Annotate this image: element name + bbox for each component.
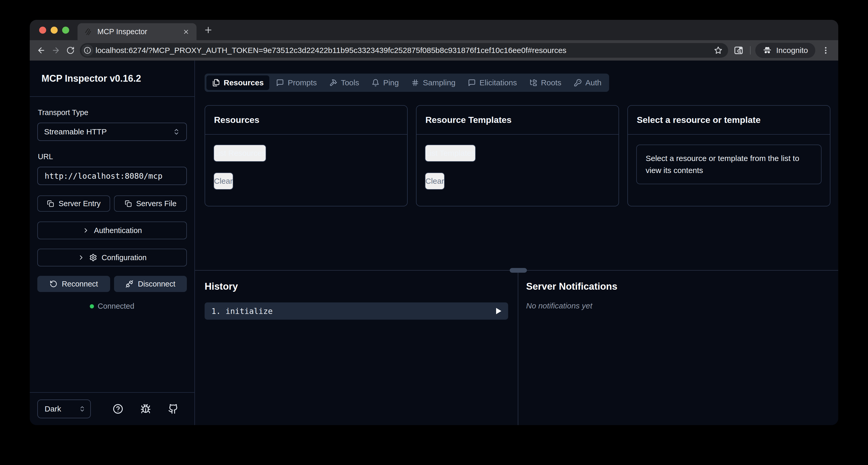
zoom-window-button[interactable] [62,27,69,34]
close-window-button[interactable] [39,27,46,34]
resource-detail-placeholder: Select a resource or template from the l… [636,145,822,184]
new-tab-button[interactable] [201,23,216,37]
list-templates-button[interactable]: List Templates [425,145,476,162]
tab-resources[interactable]: Resources [207,75,269,90]
tab-label: Elicitations [479,78,517,87]
incognito-icon [763,46,772,55]
servers-file-label: Servers File [136,199,177,208]
configuration-expander[interactable]: Configuration [37,249,187,267]
search-side-panel-icon[interactable] [732,43,745,57]
restart-icon [50,280,57,288]
resources-panel: Resources List Resources Clear [205,105,408,207]
tab-elicitations[interactable]: Elicitations [462,75,523,90]
transport-type-value: Streamable HTTP [44,127,107,136]
key-icon [574,79,582,87]
servers-file-button[interactable]: Servers File [114,195,187,212]
chevron-right-icon [82,227,90,234]
unplug-icon [126,280,133,288]
mcp-logo-icon [84,27,93,36]
browser-tab-title: MCP Inspector [97,27,176,36]
browser-toolbar: localhost:6274/?MCP_PROXY_AUTH_TOKEN=9e7… [30,40,838,61]
back-icon[interactable] [34,43,49,58]
incognito-badge: Incognito [755,43,815,58]
transport-type-select[interactable]: Streamable HTTP [37,123,187,141]
authentication-label: Authentication [94,226,142,235]
server-entry-button[interactable]: Server Entry [37,195,110,212]
server-notifications-title: Server Notifications [526,281,838,292]
mcp-inspector-app: MCP Inspector v0.16.2 Transport Type Str… [30,61,838,425]
reload-icon[interactable] [63,43,78,58]
status-dot [90,304,94,308]
hammer-icon [329,79,337,87]
toolbar-separator [750,46,750,55]
message-square-icon [276,79,284,87]
bug-icon[interactable] [141,404,151,414]
configuration-label: Configuration [101,253,147,262]
tab-close-icon[interactable] [181,27,191,37]
bell-icon [372,79,379,87]
site-info-icon[interactable] [82,44,93,56]
resources-panel-title: Resources [205,106,407,135]
forward-icon[interactable] [49,43,63,58]
resource-detail-panel-title: Select a resource or template [628,106,830,135]
reconnect-label: Reconnect [62,280,98,288]
tab-label: Tools [341,78,359,87]
tab-label: Sampling [423,78,456,87]
server-entry-label: Server Entry [58,199,100,208]
resize-grip[interactable] [510,268,527,273]
bookmark-star-icon[interactable] [712,44,724,56]
horizontal-resize-handle[interactable] [195,270,838,271]
resource-templates-panel: Resource Templates List Templates Clear [416,105,619,207]
tab-prompts[interactable]: Prompts [270,75,322,90]
list-resources-button[interactable]: List Resources [214,145,266,162]
tab-auth[interactable]: Auth [568,75,607,90]
disconnect-button[interactable]: Disconnect [114,276,187,292]
connection-status: Connected [37,302,187,311]
main-area: Resources Prompts Tools Ping [195,61,838,425]
history-item-label: 1. initialize [211,307,273,316]
chevrons-up-down-icon [173,128,180,135]
help-icon[interactable] [113,404,123,414]
feature-tabbar: Resources Prompts Tools Ping [205,73,609,92]
tab-tools[interactable]: Tools [323,75,365,90]
tab-sampling[interactable]: Sampling [406,75,461,90]
clear-templates-button[interactable]: Clear [425,173,445,190]
files-icon [212,79,220,87]
address-bar[interactable]: localhost:6274/?MCP_PROXY_AUTH_TOKEN=9e7… [80,43,728,58]
app-title: MCP Inspector v0.16.2 [30,61,194,97]
theme-select[interactable]: Dark [37,400,91,418]
tab-label: Ping [383,78,399,87]
url-text[interactable]: localhost:6274/?MCP_PROXY_AUTH_TOKEN=9e7… [95,46,710,55]
tab-roots[interactable]: Roots [524,75,567,90]
history-title: History [205,281,508,292]
tab-label: Prompts [288,78,317,87]
server-notifications-pane: Server Notifications No notifications ye… [518,271,838,425]
desktop: MCP Inspector [0,0,868,465]
transport-type-label: Transport Type [38,108,187,117]
window-controls [39,20,69,40]
reconnect-button[interactable]: Reconnect [37,276,110,292]
github-icon[interactable] [168,404,179,414]
history-pane: History 1. initialize [195,271,518,425]
authentication-expander[interactable]: Authentication [37,221,187,239]
resource-detail-panel: Select a resource or template Select a r… [627,105,830,207]
history-item[interactable]: 1. initialize [205,303,508,320]
server-url-input[interactable]: http://localhost:8080/mcp [37,167,187,185]
clear-resources-button[interactable]: Clear [214,173,233,190]
expand-play-icon[interactable] [496,308,501,314]
sidebar-footer: Dark [30,392,194,425]
minimize-window-button[interactable] [51,27,58,34]
browser-menu-icon[interactable] [819,43,833,57]
url-label: URL [38,152,187,161]
no-notifications-message: No notifications yet [526,301,838,310]
disconnect-label: Disconnect [138,280,175,288]
gear-icon [89,254,97,261]
tab-ping[interactable]: Ping [366,75,404,90]
browser-tab[interactable]: MCP Inspector [78,23,196,40]
tab-label: Roots [541,78,561,87]
sidebar: MCP Inspector v0.16.2 Transport Type Str… [30,61,195,425]
copy-icon [124,200,132,207]
folder-tree-icon [529,79,537,87]
status-label: Connected [98,302,134,311]
copy-icon [47,200,54,207]
